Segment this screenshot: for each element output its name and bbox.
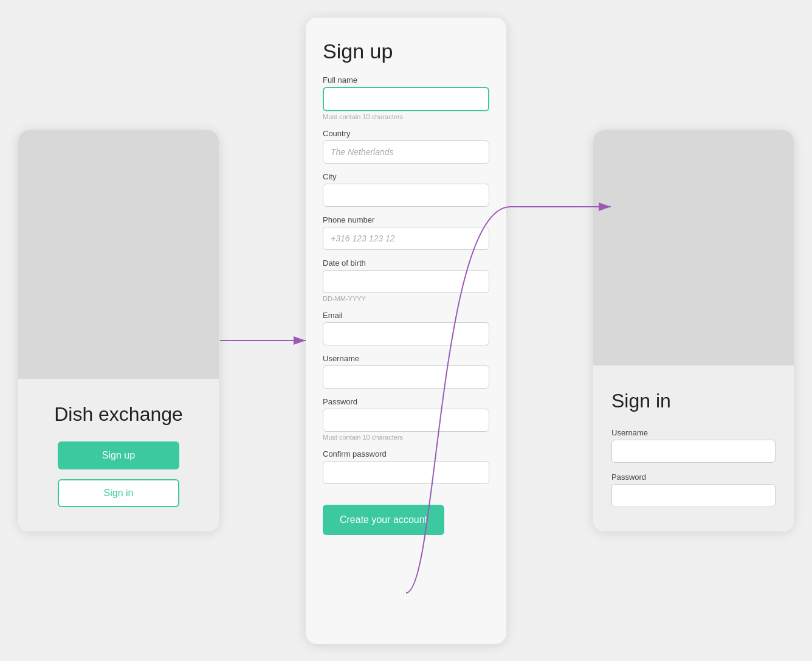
signin-title: Sign in — [611, 390, 776, 412]
signup-button[interactable]: Sign up — [58, 441, 179, 469]
left-screen-gray-area — [18, 130, 219, 379]
input-dob[interactable] — [323, 270, 489, 293]
right-screen-content: Sign in Username Password — [593, 365, 794, 531]
input-country[interactable] — [323, 140, 489, 164]
field-fullname: Full name Must contain 10 characters — [323, 75, 489, 120]
hint-dob: DD-MM-YYYY — [323, 295, 489, 302]
field-city: City — [323, 172, 489, 207]
hint-password: Must contain 10 characters — [323, 434, 489, 441]
left-screen-content: Dish exchange Sign up Sign in — [18, 379, 219, 531]
label-confirm-password: Confirm password — [323, 449, 489, 459]
field-confirm-password: Confirm password — [323, 449, 489, 484]
app-title: Dish exchange — [54, 403, 183, 426]
field-phone: Phone number — [323, 215, 489, 250]
create-account-button[interactable]: Create your account — [323, 505, 444, 535]
right-screen-gray-area — [593, 130, 794, 365]
input-confirm-password[interactable] — [323, 461, 489, 484]
input-username[interactable] — [323, 365, 489, 389]
input-city[interactable] — [323, 184, 489, 207]
signin-username-group: Username — [611, 428, 776, 463]
label-city: City — [323, 172, 489, 181]
flow-container: Dish exchange Sign up Sign in Sign up Fu… — [0, 0, 812, 661]
center-screen: Sign up Full name Must contain 10 charac… — [306, 18, 506, 644]
signin-input-password[interactable] — [611, 484, 776, 507]
signin-label-password: Password — [611, 472, 776, 482]
field-country: Country — [323, 129, 489, 164]
left-screen: Dish exchange Sign up Sign in — [18, 130, 219, 531]
hint-fullname: Must contain 10 characters — [323, 113, 489, 120]
label-fullname: Full name — [323, 75, 489, 85]
label-email: Email — [323, 311, 489, 320]
input-email[interactable] — [323, 322, 489, 345]
field-dob: Date of birth DD-MM-YYYY — [323, 258, 489, 302]
input-phone[interactable] — [323, 227, 489, 250]
label-password: Password — [323, 397, 489, 406]
right-screen: Sign in Username Password — [593, 130, 794, 531]
signin-label-username: Username — [611, 428, 776, 437]
form-title: Sign up — [323, 40, 489, 63]
field-username: Username — [323, 354, 489, 389]
label-country: Country — [323, 129, 489, 138]
input-fullname[interactable] — [323, 87, 489, 111]
signin-button[interactable]: Sign in — [58, 479, 179, 507]
label-username: Username — [323, 354, 489, 363]
field-password: Password Must contain 10 characters — [323, 397, 489, 441]
input-password[interactable] — [323, 409, 489, 432]
signin-input-username[interactable] — [611, 440, 776, 463]
field-email: Email — [323, 311, 489, 345]
label-phone: Phone number — [323, 215, 489, 224]
signin-password-group: Password — [611, 472, 776, 507]
label-dob: Date of birth — [323, 258, 489, 268]
